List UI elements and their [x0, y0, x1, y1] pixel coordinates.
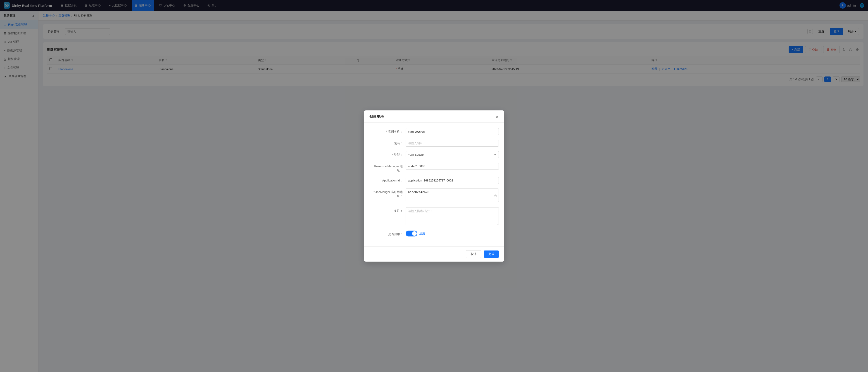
jobmanager-input[interactable]: node02:42628: [406, 188, 499, 202]
form-row-remark: 备注：: [369, 207, 499, 226]
jobmanager-label: * JobManger 高可用地址：: [369, 188, 406, 198]
instance-name-label: * 实例名称：: [369, 128, 406, 134]
create-cluster-modal: 创建集群 ✕ * 实例名称： 别名： * 类型：: [364, 111, 504, 261]
application-id-input[interactable]: [406, 177, 499, 184]
remark-label: 备注：: [369, 207, 406, 213]
jobmanager-clear-button[interactable]: ⊗: [494, 194, 497, 197]
form-row-alias: 别名：: [369, 140, 499, 147]
toggle-wrapper: 启用: [406, 230, 499, 237]
instance-name-input[interactable]: [406, 128, 499, 135]
application-id-label: Application Id：: [369, 177, 406, 183]
enabled-toggle[interactable]: [406, 230, 417, 237]
form-row-resource-manager: Resource Manager 地址：: [369, 163, 499, 173]
alias-input[interactable]: [406, 140, 499, 147]
form-row-instance-name: * 实例名称：: [369, 128, 499, 135]
application-id-control: [406, 177, 499, 184]
modal-body: * 实例名称： 别名： * 类型： Standalone Yarn Sess: [364, 123, 504, 246]
resource-manager-control: [406, 163, 499, 170]
jobmanager-input-wrapper: node02:42628 ⊗: [406, 188, 499, 203]
remark-input[interactable]: [406, 207, 499, 225]
modal-title: 创建集群: [369, 115, 384, 119]
type-control: Standalone Yarn Session Kubernetes Sessi…: [406, 151, 499, 158]
enabled-label: 是否启用：: [369, 230, 406, 236]
form-row-enabled: 是否启用： 启用: [369, 230, 499, 237]
form-row-jobmanager: * JobManger 高可用地址： node02:42628 ⊗: [369, 188, 499, 203]
toggle-slider: [406, 230, 417, 237]
form-row-type: * 类型： Standalone Yarn Session Kubernetes…: [369, 151, 499, 158]
resource-manager-label: Resource Manager 地址：: [369, 163, 406, 173]
modal-header: 创建集群 ✕: [364, 111, 504, 123]
resource-manager-input[interactable]: [406, 163, 499, 170]
instance-name-control: [406, 128, 499, 135]
modal-close-button[interactable]: ✕: [495, 115, 499, 119]
complete-button[interactable]: 完成: [484, 250, 499, 258]
enabled-control: 启用: [406, 230, 499, 237]
modal-overlay: 创建集群 ✕ * 实例名称： 别名： * 类型：: [0, 0, 868, 372]
type-select[interactable]: Standalone Yarn Session Kubernetes Sessi…: [406, 151, 499, 158]
modal-footer: 取消 完成: [364, 246, 504, 261]
form-row-application-id: Application Id：: [369, 177, 499, 184]
type-label: * 类型：: [369, 151, 406, 157]
alias-label: 别名：: [369, 140, 406, 145]
toggle-label: 启用: [419, 231, 425, 236]
alias-control: [406, 140, 499, 147]
remark-control: [406, 207, 499, 226]
jobmanager-control: node02:42628 ⊗: [406, 188, 499, 203]
cancel-button[interactable]: 取消: [466, 250, 481, 258]
